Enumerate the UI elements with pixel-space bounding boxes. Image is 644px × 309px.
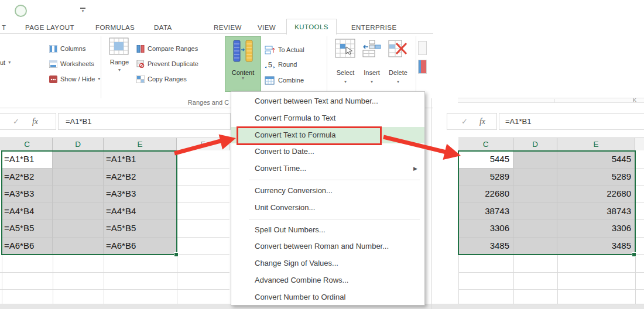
qat-customize-icon[interactable]: ▾: [80, 8, 85, 12]
fx-icon[interactable]: fx: [32, 117, 38, 126]
column-header-c[interactable]: C: [2, 138, 53, 150]
tab-review[interactable]: REVIEW: [214, 24, 242, 31]
worksheets-button[interactable]: Worksheets: [49, 59, 94, 69]
cell-f3[interactable]: [177, 186, 229, 203]
cell-d2[interactable]: [53, 169, 104, 186]
menu-item-convert-text-number[interactable]: Convert between Text and Number...: [231, 93, 424, 110]
cell-c2[interactable]: 5289: [458, 169, 513, 186]
cell-e3[interactable]: =A3*B3: [104, 186, 177, 203]
left-formula-input[interactable]: =A1*B1: [58, 113, 231, 130]
menu-item-change-sign[interactable]: Change Sign of Values...: [231, 255, 424, 272]
cell-e5[interactable]: =A5*B5: [104, 220, 177, 238]
column-header-c[interactable]: C: [458, 138, 513, 150]
cell-e5[interactable]: 3306: [557, 220, 635, 238]
column-header-e[interactable]: E: [557, 138, 635, 150]
cell-c3[interactable]: =A3*B3: [2, 186, 53, 203]
right-formula-input[interactable]: =A1*B1: [499, 113, 644, 130]
delete-button[interactable]: [388, 40, 408, 60]
layout-button-partial[interactable]: ut ▾: [0, 57, 11, 68]
select-button[interactable]: [335, 39, 356, 61]
check-icon[interactable]: ✓: [13, 117, 19, 126]
cell-c4[interactable]: 38743: [458, 203, 513, 221]
cell-d1[interactable]: [513, 151, 557, 169]
cell-c6[interactable]: 3485: [458, 238, 513, 255]
menu-item-unit-conversion[interactable]: Unit Conversion...: [231, 200, 424, 217]
cell-d6[interactable]: [53, 238, 104, 255]
menu-item-convert-roman-number[interactable]: Convert between Roman and Number...: [231, 238, 424, 255]
cell-e4[interactable]: 38743: [557, 203, 635, 221]
cell-d5[interactable]: [513, 220, 557, 238]
fx-icon[interactable]: fx: [479, 117, 485, 126]
round-label: Round: [278, 61, 297, 68]
cell-e6[interactable]: =A6*B6: [104, 238, 177, 255]
cell-c5[interactable]: =A5*B5: [2, 220, 53, 238]
cell-f6[interactable]: [177, 238, 229, 255]
copy-ranges-button[interactable]: Copy Ranges: [136, 74, 187, 84]
cell-c2[interactable]: =A2*B2: [2, 169, 53, 186]
show-hide-button[interactable]: Show / Hide ▾: [49, 74, 100, 84]
fill-handle[interactable]: [174, 252, 179, 257]
tab-kutools[interactable]: KUTOOLS: [286, 19, 337, 35]
cell-e4[interactable]: =A4*B4: [104, 203, 177, 221]
cell-c1[interactable]: 5445: [458, 151, 513, 169]
fill-handle[interactable]: [632, 252, 636, 257]
cell-d3[interactable]: [53, 186, 104, 203]
cell-d6[interactable]: [513, 238, 557, 255]
cell-f1[interactable]: [177, 151, 229, 169]
cell-e2[interactable]: =A2*B2: [104, 169, 177, 186]
cell-e3[interactable]: 22680: [557, 186, 635, 203]
cell-c3[interactable]: 22680: [458, 186, 513, 203]
cell-c4[interactable]: =A4*B4: [2, 203, 53, 221]
cell-d5[interactable]: [53, 220, 104, 238]
right-panel-top-strip: [458, 98, 644, 103]
cell-d2[interactable]: [513, 169, 557, 186]
menu-item-convert-formula-to-text[interactable]: Convert Formula to Text: [231, 110, 424, 127]
ribbon-fragment: [418, 60, 427, 74]
cell-e6[interactable]: 3485: [557, 238, 635, 255]
menu-item-convert-text-to-formula[interactable]: Convert Text to Formula: [231, 127, 424, 144]
columns-button[interactable]: Columns: [49, 43, 85, 54]
tab-data[interactable]: DATA: [154, 24, 172, 31]
cell-e2[interactable]: 5289: [557, 169, 635, 186]
insert-button[interactable]: [362, 40, 381, 60]
tab-insert-partial[interactable]: T: [2, 24, 6, 31]
menu-item-convert-time[interactable]: Convert Time... ▶: [231, 160, 424, 177]
qat-circle-icon[interactable]: [15, 5, 27, 17]
column-header-d[interactable]: D: [513, 138, 557, 150]
compare-ranges-button[interactable]: Compare Ranges: [136, 43, 198, 54]
cell-d4[interactable]: [513, 203, 557, 221]
column-header-f[interactable]: F: [177, 138, 229, 150]
check-icon[interactable]: ✓: [461, 117, 468, 126]
chevron-down-icon: ▾: [107, 67, 132, 73]
column-header-e[interactable]: E: [104, 138, 177, 150]
menu-item-currency-conversion[interactable]: Currency Conversion...: [231, 183, 424, 200]
cell-c5[interactable]: 3306: [458, 220, 513, 238]
round-button[interactable]: 5 Round: [265, 59, 297, 70]
tab-page-layout[interactable]: PAGE LAYOUT: [25, 24, 74, 31]
cell-d1[interactable]: [53, 151, 104, 169]
to-actual-button[interactable]: To Actual: [265, 44, 304, 55]
layout-partial-label: ut: [0, 59, 5, 66]
cell-c1[interactable]: =A1*B1: [2, 151, 53, 169]
combine-button[interactable]: Combine: [265, 75, 304, 85]
cell-f4[interactable]: [177, 203, 229, 221]
menu-item-convert-number-ordinal[interactable]: Convert Number to Ordinal: [231, 289, 424, 306]
range-button[interactable]: [109, 37, 129, 57]
cell-f5[interactable]: [177, 220, 229, 238]
tab-view[interactable]: VIEW: [258, 24, 276, 31]
cell-f2[interactable]: [177, 169, 229, 186]
cell-c6[interactable]: =A6*B6: [2, 238, 53, 255]
tab-enterprise[interactable]: ENTERPRISE: [351, 24, 397, 31]
cell-e1[interactable]: =A1*B1: [104, 151, 177, 169]
chevron-down-icon: ▾: [334, 79, 357, 84]
column-header-d[interactable]: D: [53, 138, 104, 150]
cell-d4[interactable]: [53, 203, 104, 221]
prevent-duplicate-button[interactable]: Prevent Duplicate: [136, 59, 198, 69]
menu-item-convert-to-date[interactable]: Convert to Date...: [231, 143, 424, 160]
menu-item-spell-out-numbers[interactable]: Spell Out Numbers...: [231, 222, 424, 239]
tab-formulas[interactable]: FORMULAS: [95, 24, 135, 31]
cell-e1[interactable]: 5445: [557, 151, 635, 169]
content-button[interactable]: Content ▾: [225, 36, 261, 92]
cell-d3[interactable]: [513, 186, 557, 203]
menu-item-advanced-combine-rows[interactable]: Advanced Combine Rows...: [231, 272, 424, 289]
